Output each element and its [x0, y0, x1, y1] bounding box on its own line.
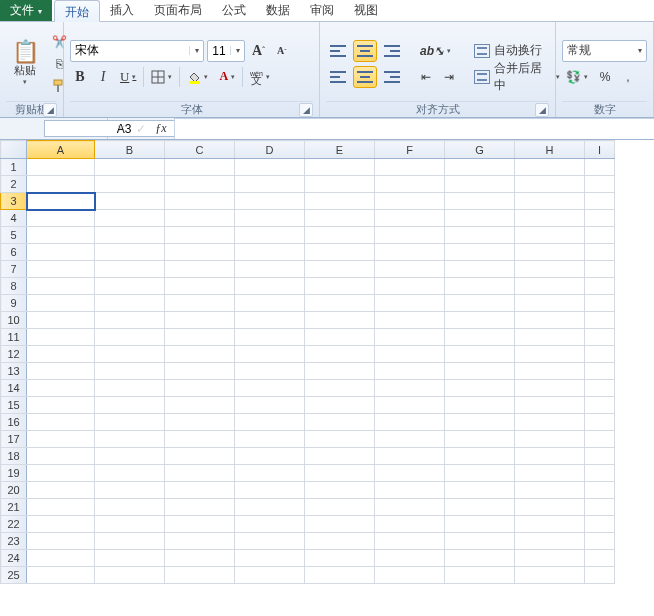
cell[interactable] — [585, 550, 615, 567]
cell[interactable] — [375, 533, 445, 550]
cell[interactable] — [445, 533, 515, 550]
cell[interactable] — [27, 193, 95, 210]
cell[interactable] — [585, 261, 615, 278]
cell[interactable] — [515, 550, 585, 567]
indent-increase-button[interactable]: ⇥ — [439, 66, 459, 88]
tab-formulas[interactable]: 公式 — [212, 0, 256, 21]
cell[interactable] — [375, 448, 445, 465]
cell[interactable] — [235, 499, 305, 516]
cell[interactable] — [375, 414, 445, 431]
cell[interactable] — [585, 482, 615, 499]
cell[interactable] — [515, 567, 585, 584]
cell[interactable] — [585, 176, 615, 193]
cell[interactable] — [515, 448, 585, 465]
cell[interactable] — [515, 533, 585, 550]
cell[interactable] — [235, 193, 305, 210]
cell[interactable] — [585, 516, 615, 533]
cell[interactable] — [165, 346, 235, 363]
cell[interactable] — [515, 482, 585, 499]
cell[interactable] — [585, 193, 615, 210]
cell[interactable] — [445, 397, 515, 414]
cell[interactable] — [235, 431, 305, 448]
cell[interactable] — [585, 567, 615, 584]
tab-review[interactable]: 审阅 — [300, 0, 344, 21]
cell[interactable] — [515, 329, 585, 346]
align-middle-button[interactable] — [353, 40, 377, 62]
cell[interactable] — [165, 414, 235, 431]
cell[interactable] — [375, 516, 445, 533]
cell[interactable] — [445, 210, 515, 227]
cell[interactable] — [585, 295, 615, 312]
cell[interactable] — [585, 278, 615, 295]
cell[interactable] — [305, 210, 375, 227]
cell[interactable] — [305, 516, 375, 533]
align-center-button[interactable] — [353, 66, 377, 88]
cell[interactable] — [235, 482, 305, 499]
cell[interactable] — [235, 312, 305, 329]
cell[interactable] — [585, 465, 615, 482]
cell[interactable] — [445, 244, 515, 261]
cell[interactable] — [585, 329, 615, 346]
column-header[interactable]: G — [445, 141, 515, 159]
column-header[interactable]: D — [235, 141, 305, 159]
cell[interactable] — [235, 516, 305, 533]
cell[interactable] — [95, 159, 165, 176]
row-header[interactable]: 14 — [1, 380, 27, 397]
row-header[interactable]: 10 — [1, 312, 27, 329]
cell[interactable] — [515, 176, 585, 193]
cell[interactable] — [445, 159, 515, 176]
cell[interactable] — [585, 499, 615, 516]
align-left-button[interactable] — [326, 66, 350, 88]
cell[interactable] — [305, 550, 375, 567]
tab-layout[interactable]: 页面布局 — [144, 0, 212, 21]
cell[interactable] — [445, 295, 515, 312]
grow-font-button[interactable]: Aˆ — [248, 40, 269, 62]
row-header[interactable]: 20 — [1, 482, 27, 499]
cell[interactable] — [165, 397, 235, 414]
cell[interactable] — [165, 227, 235, 244]
row-header[interactable]: 6 — [1, 244, 27, 261]
cell[interactable] — [515, 261, 585, 278]
clipboard-launcher[interactable]: ◢ — [43, 103, 57, 117]
cell[interactable] — [27, 176, 95, 193]
alignment-launcher[interactable]: ◢ — [535, 103, 549, 117]
cell[interactable] — [375, 261, 445, 278]
cell[interactable] — [585, 448, 615, 465]
cell[interactable] — [375, 397, 445, 414]
percent-button[interactable]: % — [595, 66, 615, 88]
accounting-format-button[interactable]: 💱 — [562, 66, 592, 88]
cell[interactable] — [375, 329, 445, 346]
cell[interactable] — [445, 465, 515, 482]
cell[interactable] — [165, 499, 235, 516]
row-header[interactable]: 13 — [1, 363, 27, 380]
cell[interactable] — [375, 244, 445, 261]
cell[interactable] — [375, 346, 445, 363]
cell[interactable] — [445, 482, 515, 499]
cell[interactable] — [305, 414, 375, 431]
cell[interactable] — [235, 210, 305, 227]
cell[interactable] — [515, 346, 585, 363]
confirm-formula-button[interactable]: ✓ — [132, 122, 150, 136]
cell[interactable] — [585, 159, 615, 176]
cell[interactable] — [515, 227, 585, 244]
cell[interactable] — [375, 295, 445, 312]
row-header[interactable]: 5 — [1, 227, 27, 244]
cell[interactable] — [305, 380, 375, 397]
cell[interactable] — [515, 295, 585, 312]
cell[interactable] — [305, 533, 375, 550]
cell[interactable] — [27, 159, 95, 176]
cancel-formula-button[interactable]: ✕ — [112, 122, 130, 136]
cell[interactable] — [235, 159, 305, 176]
cell[interactable] — [515, 210, 585, 227]
cell[interactable] — [585, 414, 615, 431]
cell[interactable] — [235, 397, 305, 414]
cell[interactable] — [305, 159, 375, 176]
cell[interactable] — [305, 397, 375, 414]
cell[interactable] — [95, 533, 165, 550]
cell[interactable] — [95, 278, 165, 295]
cell[interactable] — [27, 533, 95, 550]
cell[interactable] — [235, 414, 305, 431]
cell[interactable] — [27, 244, 95, 261]
cell[interactable] — [445, 363, 515, 380]
cell[interactable] — [165, 261, 235, 278]
